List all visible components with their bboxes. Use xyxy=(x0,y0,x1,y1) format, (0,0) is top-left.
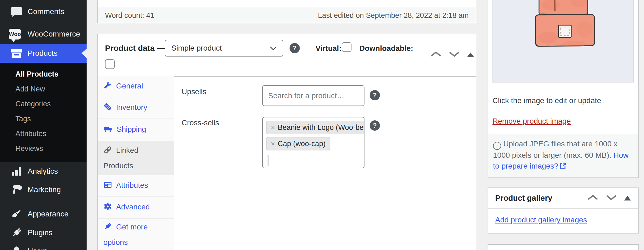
move-down-icon[interactable] xyxy=(449,51,460,58)
sidebar-item-marketing[interactable]: Marketing xyxy=(0,180,87,199)
editor-footer-box: Word count: 41 Last edited on September … xyxy=(97,0,476,23)
panel-handles xyxy=(430,51,474,58)
product-data-title: Product data — xyxy=(105,44,165,53)
product-type-select[interactable]: Simple product xyxy=(165,40,283,57)
form-icon xyxy=(103,180,112,194)
image-upload-note: iUpload JPEG files that are 1000 x 1000 … xyxy=(488,134,638,177)
cross-sells-multiselect[interactable]: × Beanie with Logo (Woo-beani × Cap (woo… xyxy=(262,117,364,168)
wrench-icon xyxy=(103,80,112,94)
cross-sells-label: Cross-sells xyxy=(182,119,219,127)
remove-product-image-link[interactable]: Remove product image xyxy=(492,117,571,126)
sidebar-item-label: Users xyxy=(28,247,47,250)
downloadable-label: Downloadable: xyxy=(359,44,413,53)
tab-shipping[interactable]: Shipping xyxy=(98,119,174,141)
plug-icon xyxy=(103,221,112,235)
text-cursor xyxy=(268,155,268,166)
sidebar-item-analytics[interactable]: Analytics xyxy=(0,162,87,180)
gear-icon xyxy=(103,201,112,215)
tab-linked-products[interactable]: Linked Products xyxy=(98,141,174,175)
sidebar-item-label: Marketing xyxy=(28,185,61,194)
sidebar-item-label: Comments xyxy=(28,7,64,16)
divider xyxy=(308,41,308,55)
product-data-panel: Product data — Simple product ? Virtual:… xyxy=(97,34,476,250)
sidebar-item-appearance[interactable]: Appearance xyxy=(0,205,87,223)
external-link-icon xyxy=(559,162,566,172)
product-type-help-icon[interactable]: ? xyxy=(290,43,300,53)
product-gallery-header[interactable]: Product gallery xyxy=(488,188,638,209)
move-up-icon[interactable] xyxy=(587,195,599,202)
product-image-panel: Click the image to edit or update Remove… xyxy=(488,0,639,178)
tab-attributes[interactable]: Attributes xyxy=(98,175,174,197)
virtual-label: Virtual: xyxy=(316,44,341,53)
sidebar-item-products[interactable]: Products xyxy=(0,44,87,63)
sidebar-item-users[interactable]: Users xyxy=(0,242,87,250)
upsells-help-icon[interactable]: ? xyxy=(370,90,380,100)
upsells-label: Upsells xyxy=(182,87,206,96)
remove-tag-icon[interactable]: × xyxy=(271,140,275,148)
image-edit-hint: Click the image to edit or update xyxy=(492,96,601,105)
upsells-search-input[interactable] xyxy=(262,85,364,106)
product-gallery-title: Product gallery xyxy=(495,194,552,203)
cross-sell-tag[interactable]: × Beanie with Logo (Woo-beani xyxy=(266,121,364,134)
sidebar-item-label: WooCommerce xyxy=(28,30,80,38)
sidebar-item-label: Plugins xyxy=(28,228,52,237)
cross-sells-help-icon[interactable]: ? xyxy=(370,120,380,131)
product-data-tabs: General Inventory Shipping Linked Produc… xyxy=(98,76,174,250)
woocommerce-edit-product-page: Comments Woo WooCommerce Products All Pr… xyxy=(0,0,644,250)
sidebar-item-label: Analytics xyxy=(28,167,58,176)
comments-icon xyxy=(10,5,23,18)
submenu-item-reviews[interactable]: Reviews xyxy=(0,141,87,156)
truck-icon xyxy=(103,124,113,138)
add-gallery-images-link[interactable]: Add product gallery images xyxy=(495,216,587,224)
submenu-item-all-products[interactable]: All Products xyxy=(0,67,87,82)
user-icon xyxy=(10,245,23,250)
submenu-item-add-new[interactable]: Add New xyxy=(0,82,87,97)
tag-icon xyxy=(103,102,112,116)
collapse-toggle-icon[interactable] xyxy=(467,52,474,57)
analytics-icon xyxy=(10,165,23,177)
word-count: Word count: 41 xyxy=(105,11,155,20)
megaphone-icon xyxy=(10,183,23,196)
admin-sidebar: Comments Woo WooCommerce Products All Pr… xyxy=(0,0,87,250)
sidebar-item-label: Appearance xyxy=(28,210,68,218)
beanie-illustration xyxy=(492,0,634,83)
downloadable-checkbox[interactable] xyxy=(105,59,115,69)
products-submenu: All Products Add New Categories Tags Att… xyxy=(0,63,87,162)
link-icon xyxy=(103,145,112,159)
next-metabox-panel xyxy=(488,244,639,250)
last-edited: Last edited on September 28, 2022 at 2:1… xyxy=(318,11,469,20)
woocommerce-icon: Woo xyxy=(9,28,21,40)
sidebar-item-comments[interactable]: Comments xyxy=(0,1,87,22)
remove-tag-icon[interactable]: × xyxy=(271,123,275,132)
submenu-item-attributes[interactable]: Attributes xyxy=(0,126,87,141)
submenu-item-tags[interactable]: Tags xyxy=(0,111,87,126)
sidebar-item-woocommerce[interactable]: Woo WooCommerce xyxy=(0,24,87,44)
tab-general[interactable]: General xyxy=(98,76,174,97)
info-icon: i xyxy=(493,142,501,150)
chevron-down-icon xyxy=(270,44,277,52)
submenu-item-categories[interactable]: Categories xyxy=(0,97,87,111)
virtual-checkbox[interactable] xyxy=(342,42,351,52)
sidebar-item-plugins[interactable]: Plugins xyxy=(0,223,87,242)
product-image-thumbnail[interactable] xyxy=(492,0,634,83)
tab-get-more-options[interactable]: Get more options xyxy=(98,219,174,250)
move-down-icon[interactable] xyxy=(606,195,617,202)
sidebar-item-label: Products xyxy=(28,49,58,58)
product-data-header: Product data — Simple product ? Virtual:… xyxy=(98,34,476,77)
paintbrush-icon xyxy=(10,208,23,220)
plug-icon xyxy=(10,226,23,239)
move-up-icon[interactable] xyxy=(430,51,442,58)
product-gallery-panel: Product gallery Add product gallery imag… xyxy=(488,188,639,233)
panel-handles xyxy=(587,195,631,202)
products-box-icon xyxy=(10,47,23,60)
tab-advanced[interactable]: Advanced xyxy=(98,197,174,219)
cross-sell-tag[interactable]: × Cap (woo-cap) xyxy=(266,137,330,150)
editor-statusbar: Word count: 41 Last edited on September … xyxy=(98,8,476,23)
collapse-toggle-icon[interactable] xyxy=(624,196,631,200)
tab-inventory[interactable]: Inventory xyxy=(98,97,174,119)
